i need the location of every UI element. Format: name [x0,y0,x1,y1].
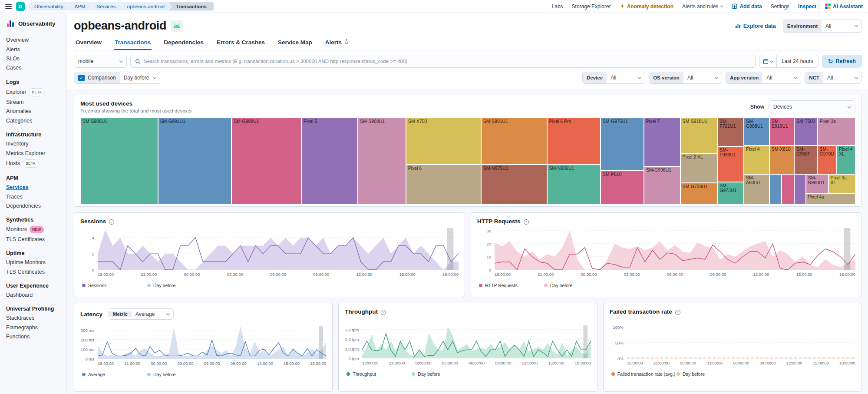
treemap-tile-sm-n986u1[interactable]: SM-N986U1 [547,165,601,205]
legend-item-day-before[interactable]: Day before [412,371,440,377]
treemap-tile-sm-g970u[interactable]: SM-G970U [818,146,837,174]
sidebar-item-functions[interactable]: Functions [6,332,63,341]
date-picker-calendar-button[interactable] [759,55,777,67]
legend-item-http-requests[interactable]: HTTP Requests [479,283,544,288]
filter-os-version[interactable]: OS versionAll [649,72,722,84]
treemap-tile[interactable] [769,174,782,205]
sidebar-item-metrics-explorer[interactable]: Metrics Explorer [6,149,63,158]
treemap-tile-pixel-4a[interactable]: Pixel 4a [806,193,855,205]
help-icon[interactable]: ? [109,219,114,225]
legend-item-failed-transaction-rate-avg[interactable]: Failed transaction rate (avg.) [611,371,677,377]
alerts-and-rules-menu[interactable]: Alerts and rules [682,3,723,10]
treemap-tile-sm-s901u1[interactable]: SM-S901U1 [481,118,547,165]
filter-nct[interactable]: NCTAll [805,72,862,84]
inspect-link[interactable]: Inspect [798,3,816,10]
treemap-tile-sm-a600u[interactable]: SM-A600U [744,174,769,205]
add-data-link[interactable]: Add data [732,3,762,10]
search-input[interactable] [144,59,751,64]
tab-overview[interactable]: Overview [75,38,102,50]
anomaly-detection-link[interactable]: Anomaly detection [620,3,673,10]
treemap-tile[interactable] [782,174,794,205]
treemap-tile-sm-g996u1[interactable]: SM-G996U1 [644,166,680,205]
treemap-tile-sm-f721u1[interactable]: SM-F721U1 [717,118,744,146]
sidebar-item-tls-certificates[interactable]: TLS Certificates [6,267,63,276]
breadcrumb-item-services[interactable]: Services [89,2,122,11]
treemap-tile-sm-s916u1[interactable]: SM-S916U1 [769,118,794,146]
scope-select[interactable]: mobile [74,55,127,68]
treemap-tile-sm-x810[interactable]: SM-X810 [769,146,794,174]
sidebar-item-categories[interactable]: Categories [6,116,63,126]
treemap-tile-sm-n960u1[interactable]: SM-N960U1 [806,174,828,193]
labs-link[interactable]: Labs [552,3,563,10]
treemap-tile-sm-g950f[interactable]: SM-G950F [794,146,818,174]
treemap-tile-pixel-5[interactable]: Pixel 5 [301,118,358,205]
treemap-tile-sm-g991u1[interactable]: SM-G991U1 [158,118,232,205]
treemap-tile-sm-g988u1[interactable]: SM-G988U1 [744,118,769,146]
time-range-value[interactable]: Last 24 hours [777,55,818,67]
sidebar-item-uptime-monitors[interactable]: Uptime Monitors [6,258,63,267]
filter-device[interactable]: DeviceAll [582,72,645,84]
treemap-tile-sm-n975u1[interactable]: SM-N975U1 [481,165,547,205]
environment-select[interactable]: Environment All [783,20,862,33]
explore-data-link[interactable]: Explore data [735,23,776,29]
treemap-tile-sm-p610[interactable]: SM-P610 [601,171,644,205]
treemap-tile-sm-s908u1[interactable]: SM-S908U1 [358,118,406,205]
legend-item-day-before[interactable]: Day before [147,283,175,288]
legend-item-day-before[interactable]: Day before [147,372,175,377]
ai-assistant-button[interactable]: AI Assistant [825,3,863,10]
treemap-tile-sm-g975u1[interactable]: SM-G975U1 [601,118,644,171]
tab-dependencies[interactable]: Dependencies [163,38,205,50]
sidebar-item-stacktraces[interactable]: Stacktraces [6,314,63,323]
latency-metric-select[interactable]: Metric Average [109,308,174,320]
sidebar-item-slos[interactable]: SLOs [6,54,63,63]
sidebar-item-stream[interactable]: Stream [6,98,63,107]
sidebar-item-explorer[interactable]: ExplorerBETA [6,87,63,98]
sidebar-item-monitors[interactable]: MonitorsNEW [6,225,63,235]
breadcrumb-item-apm[interactable]: APM [66,2,92,11]
space-avatar[interactable]: D [16,2,25,11]
comparison-checkbox[interactable]: ✓ [78,75,85,81]
treemap-tile-pixel-3a-xl[interactable]: Pixel 3a XL [828,174,855,193]
sidebar-item-inventory[interactable]: Inventory [6,139,63,149]
breadcrumb-item-opbeans-android[interactable]: opbeans-android [119,2,172,11]
treemap-tile-sm-t500[interactable]: SM-T500 [794,118,818,146]
legend-item-day-before[interactable]: Day before [677,371,705,377]
treemap-tile-pixel-4[interactable]: Pixel 4 [744,146,769,174]
settings-link[interactable]: Settings [771,3,789,10]
tab-alerts[interactable]: Alerts [324,38,350,50]
legend-item-average[interactable]: Average [82,372,147,377]
treemap-tile-sm-f936u1[interactable]: SM-F936U1 [717,146,744,182]
storage-explorer-link[interactable]: Storage Explorer [572,3,611,10]
breadcrumb-item-observability[interactable]: Observability [29,2,70,11]
treemap-tile-sm-g736u1[interactable]: SM-G736U1 [680,183,718,205]
filter-app-version[interactable]: App versionAll [726,72,801,84]
tab-errors-crashes[interactable]: Errors & Crashes [216,38,266,50]
treemap-tile-pixel-6-pro[interactable]: Pixel 6 Pro [547,118,601,165]
sidebar-item-traces[interactable]: Traces [6,192,63,202]
sidebar-item-flamegraphs[interactable]: Flamegraphs [6,323,63,332]
legend-item-throughput[interactable]: Throughput [347,371,412,377]
menu-icon[interactable] [5,4,12,9]
treemap-tile-sm-g973u1[interactable]: SM-G973U1 [717,182,744,205]
refresh-button[interactable]: ↻ Refresh [822,55,862,68]
help-icon[interactable]: ? [381,310,386,315]
sidebar-item-anomalies[interactable]: Anomalies [6,107,63,116]
tab-service-map[interactable]: Service Map [277,38,313,50]
show-select[interactable]: Devices [769,100,855,113]
tab-transactions[interactable]: Transactions [114,38,152,50]
help-icon[interactable]: ? [675,310,680,315]
sidebar-item-hosts[interactable]: HostsBETA [6,158,63,169]
sidebar-item-alerts[interactable]: Alerts [6,45,63,54]
treemap-tile[interactable] [794,174,806,205]
treemap-tile-sm-s918u1[interactable]: SM-S918U1 [680,118,718,153]
sidebar-item-tls-certificates[interactable]: TLS Certificates [6,235,63,244]
treemap-tile-pixel-3a[interactable]: Pixel 3a [818,118,855,146]
help-icon[interactable]: ? [524,219,529,225]
sidebar-item-services[interactable]: Services [6,183,63,192]
comparison-select[interactable]: Day before [120,72,160,83]
sidebar-item-cases[interactable]: Cases [6,63,63,73]
treemap-tile-pixel-7[interactable]: Pixel 7 [644,118,680,166]
legend-item-day-before[interactable]: Day before [544,283,572,288]
legend-item-sessions[interactable]: Sessions [82,283,147,288]
sidebar-item-overview[interactable]: Overview [6,36,63,45]
